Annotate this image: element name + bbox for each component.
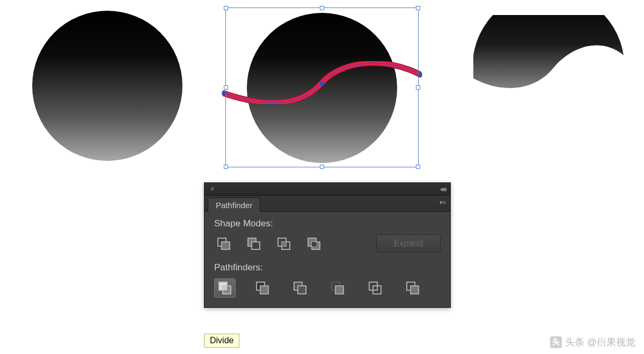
shape-modes-row: Expand bbox=[214, 234, 441, 253]
expand-button[interactable]: Expand bbox=[376, 234, 441, 253]
resize-handle[interactable] bbox=[320, 165, 324, 169]
close-icon[interactable]: ✕ bbox=[208, 185, 217, 194]
pathfinders-row bbox=[214, 278, 441, 298]
crop-icon bbox=[331, 281, 345, 295]
outline-icon bbox=[368, 281, 382, 295]
intersect-button[interactable] bbox=[274, 235, 294, 252]
divide-icon bbox=[218, 281, 232, 295]
minus-back-button[interactable] bbox=[402, 278, 423, 298]
watermark-logo-icon: 头 bbox=[550, 336, 562, 348]
divided-result-shape[interactable] bbox=[473, 15, 624, 95]
resize-handle[interactable] bbox=[416, 6, 420, 10]
panel-tab-bar: Pathfinder ▾≡ bbox=[204, 196, 450, 212]
svg-rect-12 bbox=[223, 286, 227, 290]
outline-button[interactable] bbox=[364, 278, 386, 298]
tooltip: Divide bbox=[204, 334, 239, 348]
tab-pathfinder[interactable]: Pathfinder bbox=[208, 197, 260, 212]
shape-modes-label: Shape Modes: bbox=[214, 218, 441, 229]
exclude-icon bbox=[307, 237, 321, 250]
merge-icon bbox=[293, 281, 307, 295]
selected-artwork-group[interactable] bbox=[225, 8, 419, 174]
divide-button[interactable] bbox=[214, 278, 236, 298]
resize-handle[interactable] bbox=[224, 85, 228, 90]
selection-bounding-box bbox=[225, 8, 419, 167]
intersect-icon bbox=[277, 237, 291, 250]
unite-icon bbox=[217, 237, 231, 250]
flyout-menu-icon[interactable]: ▾≡ bbox=[440, 199, 446, 206]
exclude-button[interactable] bbox=[304, 235, 324, 252]
watermark: 头 头条 @衍果视觉 bbox=[550, 336, 635, 349]
svg-rect-16 bbox=[298, 286, 306, 294]
minus-back-icon bbox=[406, 281, 420, 295]
unite-button[interactable] bbox=[214, 235, 233, 252]
svg-rect-22 bbox=[411, 286, 419, 294]
resize-handle[interactable] bbox=[416, 165, 420, 169]
svg-rect-1 bbox=[222, 242, 230, 249]
pathfinder-panel: ✕ ◀◀ Pathfinder ▾≡ Shape Modes: Expand P… bbox=[204, 182, 451, 308]
resize-handle[interactable] bbox=[416, 85, 420, 90]
svg-rect-18 bbox=[335, 286, 343, 294]
trim-icon bbox=[255, 281, 269, 295]
anchor-point[interactable] bbox=[419, 73, 422, 77]
resize-handle[interactable] bbox=[320, 6, 324, 10]
panel-header[interactable]: ✕ ◀◀ bbox=[204, 183, 450, 196]
minus-front-icon bbox=[247, 237, 261, 250]
watermark-text: 头条 @衍果视觉 bbox=[565, 336, 635, 349]
pathfinders-label: Pathfinders: bbox=[214, 262, 441, 273]
panel-body: Shape Modes: Expand Pathfinders: bbox=[204, 212, 450, 307]
svg-rect-6 bbox=[282, 242, 286, 246]
svg-rect-9 bbox=[312, 242, 316, 246]
trim-button[interactable] bbox=[252, 278, 273, 298]
gradient-circle-original[interactable] bbox=[32, 11, 182, 161]
artboard[interactable] bbox=[0, 0, 644, 182]
minus-front-button[interactable] bbox=[244, 235, 264, 252]
collapse-icon[interactable]: ◀◀ bbox=[437, 185, 447, 193]
merge-button[interactable] bbox=[289, 278, 311, 298]
resize-handle[interactable] bbox=[224, 6, 228, 10]
svg-rect-14 bbox=[260, 286, 268, 294]
crop-button[interactable] bbox=[327, 278, 348, 298]
svg-rect-3 bbox=[252, 242, 260, 249]
resize-handle[interactable] bbox=[224, 165, 228, 169]
